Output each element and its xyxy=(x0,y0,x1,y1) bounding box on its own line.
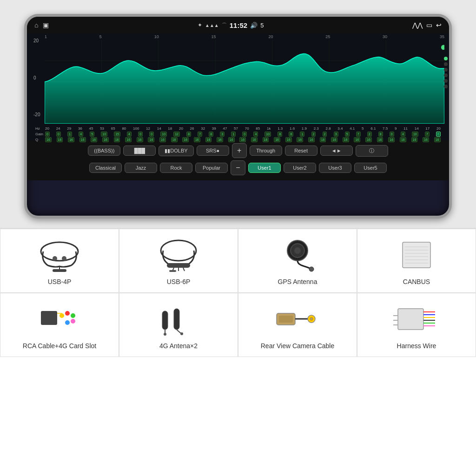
harness-image xyxy=(389,300,444,337)
usb6p-image xyxy=(151,236,206,273)
user1-button[interactable]: User1 xyxy=(248,163,281,173)
classical-button[interactable]: Classical xyxy=(89,163,122,173)
svg-point-9 xyxy=(441,45,444,50)
accessory-harness: Harness Wire xyxy=(357,293,476,357)
status-bar: ⌂ ▣ ✦ ▲▲▲ ⌒ 11:52 🔊 5 ⋀⋀ ▭ ↩ xyxy=(27,17,449,33)
side-dot-4[interactable] xyxy=(444,73,448,77)
svg-point-24 xyxy=(309,267,314,271)
svg-rect-40 xyxy=(162,311,168,330)
svg-point-11 xyxy=(53,256,57,261)
home-icon[interactable]: ⌂ xyxy=(34,21,38,29)
plus-button[interactable]: + xyxy=(232,143,247,158)
svg-rect-20 xyxy=(169,270,176,272)
status-time: 11:52 xyxy=(230,21,247,29)
top-section: ⌂ ▣ ✦ ▲▲▲ ⌒ 11:52 🔊 5 ⋀⋀ ▭ ↩ 20 xyxy=(0,0,476,228)
y-label-neg20: -20 xyxy=(33,112,43,117)
svg-point-38 xyxy=(71,313,75,318)
svg-point-23 xyxy=(294,247,301,254)
status-center: ✦ ▲▲▲ ⌒ 11:52 🔊 5 xyxy=(198,21,264,29)
svg-point-12 xyxy=(62,256,66,261)
usb4p-image xyxy=(32,236,87,273)
rearcam-label: Rear View Camera Cable xyxy=(261,342,334,350)
rca-label: RCA Cable+4G Card Slot xyxy=(23,342,96,350)
svg-point-15 xyxy=(161,240,196,261)
svg-point-45 xyxy=(180,332,183,335)
x-label-20: 20 xyxy=(268,34,273,39)
svg-line-44 xyxy=(177,330,181,333)
speaker-button[interactable]: ◄► xyxy=(320,145,353,156)
rca-image xyxy=(32,300,87,337)
gps-image xyxy=(270,236,325,273)
svg-rect-47 xyxy=(279,316,293,323)
signal-icon: ▲▲▲ xyxy=(205,23,219,28)
btn-rows: ((BASS)) ███ ▮▮DOLBY SRS● + Through Rese… xyxy=(27,140,449,180)
accessory-usb6p: USB-6P xyxy=(119,229,238,293)
nav-up-icon[interactable]: ⋀⋀ xyxy=(412,21,423,29)
x-label-10: 10 xyxy=(154,34,159,39)
minus-button[interactable]: − xyxy=(231,160,245,175)
windows-icon[interactable]: ▭ xyxy=(426,21,432,29)
eq-data-rows: Hz 2024293645536580100121418202632394757… xyxy=(32,126,444,142)
side-dot-5[interactable] xyxy=(444,79,448,83)
accessories-grid: USB-4P USB-6P xyxy=(0,228,476,357)
side-dot-2[interactable] xyxy=(444,62,448,66)
bass-button[interactable]: ((BASS)) xyxy=(88,145,120,156)
svg-rect-14 xyxy=(53,269,66,272)
volume-level: 5 xyxy=(260,22,264,29)
jazz-button[interactable]: Jazz xyxy=(125,163,157,173)
side-dot-1[interactable] xyxy=(444,57,448,60)
side-dot-3[interactable] xyxy=(444,68,448,72)
4g-label: 4G Antena×2 xyxy=(159,342,198,350)
svg-point-34 xyxy=(60,319,64,324)
svg-point-36 xyxy=(65,316,70,320)
popular-button[interactable]: Popular xyxy=(195,163,228,173)
eq-area: 20 0 -20 1 5 10 15 20 25 30 35 xyxy=(27,33,449,140)
x-label-35: 35 xyxy=(440,34,444,39)
canbus-image xyxy=(389,236,444,273)
user3-button[interactable]: User3 xyxy=(319,163,351,173)
svg-point-50 xyxy=(311,318,312,320)
btn-row-1: ((BASS)) ███ ▮▮DOLBY SRS● + Through Rese… xyxy=(31,143,445,158)
y-label-0: 0 xyxy=(33,75,43,80)
accessory-gps: GPS Antenna xyxy=(238,229,357,293)
through-button[interactable]: Through xyxy=(250,145,282,156)
srs-button[interactable]: SRS● xyxy=(197,145,229,156)
usb4p-label: USB-4P xyxy=(48,278,72,285)
4g-image xyxy=(151,300,206,337)
svg-rect-51 xyxy=(398,309,423,330)
side-dot-6[interactable] xyxy=(444,85,448,88)
x-label-30: 30 xyxy=(383,34,387,39)
svg-point-35 xyxy=(65,311,70,316)
info-button[interactable]: ⓘ xyxy=(356,145,388,157)
rock-button[interactable]: Rock xyxy=(160,163,192,173)
reset-button[interactable]: Reset xyxy=(285,145,317,156)
accessory-usb4p: USB-4P xyxy=(0,229,119,293)
svg-rect-32 xyxy=(41,311,57,325)
accessory-canbus: CANBUS xyxy=(357,229,476,293)
user5-button[interactable]: User5 xyxy=(354,163,387,173)
back-icon[interactable]: ↩ xyxy=(436,21,442,29)
svg-rect-16 xyxy=(167,263,190,268)
svg-line-19 xyxy=(183,268,185,271)
dolby-button[interactable]: ▮▮DOLBY xyxy=(159,145,193,156)
bbe-button[interactable]: ███ xyxy=(123,145,156,156)
x-label-25: 25 xyxy=(325,34,330,39)
volume-icon: 🔊 xyxy=(250,22,258,29)
side-dots xyxy=(444,57,448,88)
status-right: ⋀⋀ ▭ ↩ xyxy=(412,21,442,29)
eq-chart xyxy=(45,40,444,124)
svg-point-10 xyxy=(41,242,78,261)
gps-label: GPS Antenna xyxy=(278,278,317,285)
y-label-20: 20 xyxy=(33,38,43,43)
screenshot-icon[interactable]: ▣ xyxy=(43,21,49,29)
usb6p-label: USB-6P xyxy=(167,278,191,285)
svg-point-42 xyxy=(164,333,166,336)
user2-button[interactable]: User2 xyxy=(284,163,316,173)
x-label-5: 5 xyxy=(99,34,102,39)
svg-point-37 xyxy=(65,320,70,325)
x-label-15: 15 xyxy=(212,34,216,39)
accessory-rearcam: Rear View Camera Cable xyxy=(238,293,357,357)
accessory-rca: RCA Cable+4G Card Slot xyxy=(0,293,119,357)
bluetooth-icon: ✦ xyxy=(198,22,202,28)
harness-label: Harness Wire xyxy=(397,342,436,350)
